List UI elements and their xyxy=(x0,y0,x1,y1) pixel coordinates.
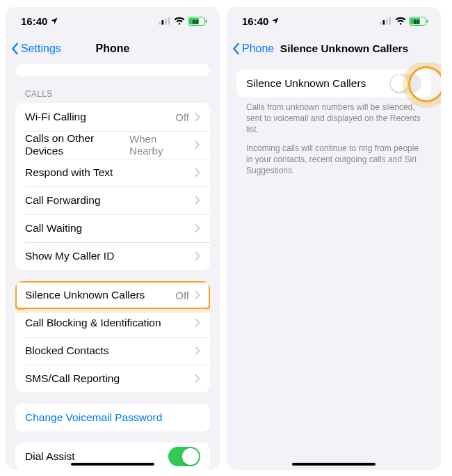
svg-rect-6 xyxy=(206,19,207,23)
svg-rect-0 xyxy=(159,22,161,25)
chevron-right-icon xyxy=(195,291,200,299)
row-label: Blocked Contacts xyxy=(25,344,109,357)
row-change-voicemail-password[interactable]: Change Voicemail Password xyxy=(15,404,210,431)
wifi-icon xyxy=(395,17,406,25)
content-area: Silence Unknown Callers Calls from unkno… xyxy=(227,63,441,470)
svg-rect-10 xyxy=(386,19,388,24)
voicemail-group: Change Voicemail Password xyxy=(15,404,210,431)
row-label: Call Waiting xyxy=(25,222,82,235)
row-label: Respond with Text xyxy=(25,166,113,179)
chevron-right-icon xyxy=(195,168,200,177)
silence-unknown-screen: 16:40 60 Phone Silence Unknown Callers S… xyxy=(227,7,441,470)
location-icon xyxy=(271,17,280,25)
status-time: 16:40 xyxy=(21,15,47,27)
svg-rect-1 xyxy=(162,20,164,24)
chevron-right-icon xyxy=(195,141,200,149)
row-value: Off xyxy=(175,289,189,301)
chevron-right-icon xyxy=(195,347,200,355)
row-label: Dial Assist xyxy=(25,450,75,463)
svg-rect-14 xyxy=(427,19,428,23)
chevron-right-icon xyxy=(195,196,200,205)
row-show-caller-id[interactable]: Show My Caller ID xyxy=(15,242,210,270)
back-button[interactable]: Phone xyxy=(232,42,274,55)
home-indicator[interactable] xyxy=(71,463,154,466)
back-button[interactable]: Settings xyxy=(11,42,61,55)
chevron-right-icon xyxy=(195,319,200,327)
silence-group: Silence Unknown Callers xyxy=(236,70,431,97)
cellular-icon xyxy=(159,17,171,25)
row-call-forwarding[interactable]: Call Forwarding xyxy=(15,187,210,214)
nav-title: Phone xyxy=(96,42,130,55)
chevron-right-icon xyxy=(195,252,200,260)
status-bar: 16:40 60 xyxy=(6,7,220,35)
silence-unknown-toggle[interactable] xyxy=(389,74,421,93)
svg-rect-3 xyxy=(168,17,170,25)
calls-group-2: Silence Unknown Callers Off Call Blockin… xyxy=(15,281,210,392)
chevron-right-icon xyxy=(195,224,200,232)
row-label: SMS/Call Reporting xyxy=(25,372,120,385)
chevron-left-icon xyxy=(11,42,19,55)
nav-title: Silence Unknown Callers xyxy=(259,42,408,55)
chevron-right-icon xyxy=(195,113,200,121)
battery-icon: 60 xyxy=(409,17,428,26)
row-label: Change Voicemail Password xyxy=(25,411,162,424)
chevron-right-icon xyxy=(195,374,200,383)
row-label: Show My Caller ID xyxy=(25,250,114,262)
status-time: 16:40 xyxy=(242,15,268,27)
row-respond-with-text[interactable]: Respond with Text xyxy=(15,159,210,187)
row-value: When Nearby xyxy=(129,133,189,157)
row-dial-assist[interactable]: Dial Assist xyxy=(15,443,210,470)
wifi-icon xyxy=(174,17,185,25)
row-calls-other-devices[interactable]: Calls on Other Devices When Nearby xyxy=(15,131,210,159)
content-area: CALLS Wi-Fi Calling Off Calls on Other D… xyxy=(6,63,220,470)
silence-footer-1: Calls from unknown numbers will be silen… xyxy=(236,97,431,136)
cellular-icon xyxy=(380,17,392,25)
svg-rect-11 xyxy=(389,17,392,25)
status-bar: 16:40 60 xyxy=(227,7,441,35)
battery-icon: 60 xyxy=(188,17,207,26)
row-label: Call Blocking & Identification xyxy=(25,317,161,329)
back-label: Phone xyxy=(242,42,274,55)
row-call-blocking[interactable]: Call Blocking & Identification xyxy=(15,309,210,337)
row-silence-unknown-callers[interactable]: Silence Unknown Callers Off xyxy=(15,281,210,309)
dial-assist-group: Dial Assist xyxy=(15,443,210,470)
row-silence-unknown-toggle[interactable]: Silence Unknown Callers xyxy=(236,70,431,97)
row-value: Off xyxy=(175,111,189,123)
row-blocked-contacts[interactable]: Blocked Contacts xyxy=(15,337,210,365)
section-header-calls: CALLS xyxy=(15,77,210,103)
calls-group-1: Wi-Fi Calling Off Calls on Other Devices… xyxy=(15,103,210,270)
prev-section-peek xyxy=(15,64,210,77)
row-label: Wi-Fi Calling xyxy=(25,111,86,123)
row-sms-call-reporting[interactable]: SMS/Call Reporting xyxy=(15,365,210,392)
row-call-waiting[interactable]: Call Waiting xyxy=(15,214,210,242)
svg-text:60: 60 xyxy=(193,18,199,24)
location-icon xyxy=(50,17,58,25)
nav-bar: Settings Phone xyxy=(6,35,220,63)
phone-settings-screen: 16:40 60 Settings Phone CALLS Wi-Fi Call… xyxy=(6,7,220,470)
svg-rect-8 xyxy=(380,22,382,25)
svg-rect-9 xyxy=(383,20,385,24)
row-label: Silence Unknown Callers xyxy=(25,289,145,301)
row-label: Calls on Other Devices xyxy=(25,132,129,157)
silence-footer-2: Incoming calls will continue to ring fro… xyxy=(236,136,431,177)
back-label: Settings xyxy=(21,42,61,55)
row-wifi-calling[interactable]: Wi-Fi Calling Off xyxy=(15,103,210,131)
chevron-left-icon xyxy=(232,42,241,55)
dial-assist-toggle[interactable] xyxy=(168,447,200,466)
row-label: Silence Unknown Callers xyxy=(246,77,366,90)
svg-text:60: 60 xyxy=(414,18,420,24)
svg-rect-2 xyxy=(165,19,167,24)
row-label: Call Forwarding xyxy=(25,194,101,207)
home-indicator[interactable] xyxy=(292,463,376,466)
nav-bar: Phone Silence Unknown Callers xyxy=(227,35,441,63)
